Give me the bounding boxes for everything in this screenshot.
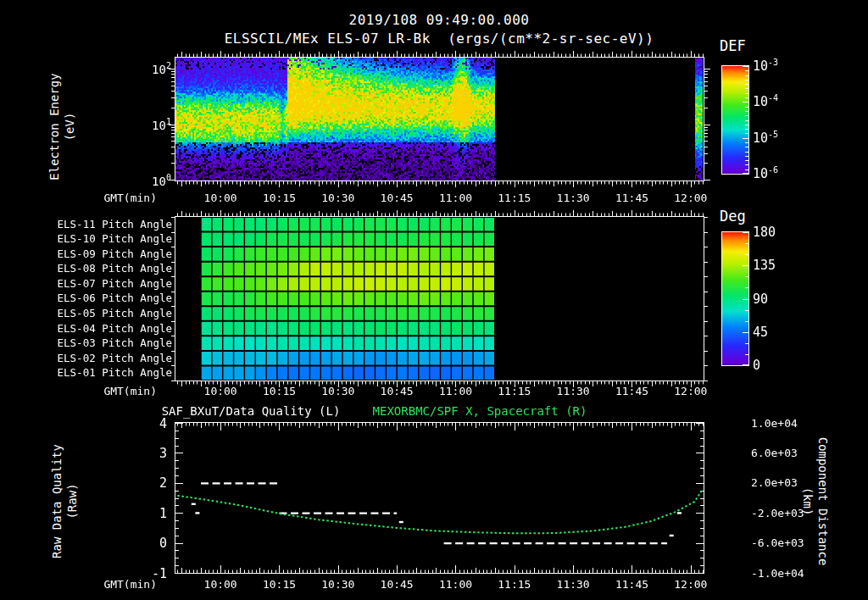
deg-cb-tick-2: 90: [753, 292, 768, 307]
km-tick-0: 1.0e+04: [751, 417, 819, 430]
time-tick-1-5: 11:15: [492, 385, 537, 397]
km-tick-3: -2.0e+03: [751, 507, 819, 519]
pitch-row-label-1: ELS-10 Pitch Angle: [25, 232, 172, 245]
raw-tick-1: 3: [127, 446, 167, 461]
time-tick-0-7: 11:45: [609, 192, 654, 204]
pitch-row-label-10: ELS-01 Pitch Angle: [25, 366, 172, 379]
axis-labels-layer: GMT(min)10:0010:1510:3010:4511:0011:1511…: [0, 0, 868, 600]
time-tick-1-1: 10:15: [257, 385, 301, 397]
def-cb-tick-3: 10-6: [753, 165, 778, 181]
time-tick-1-6: 11:30: [551, 385, 595, 397]
pitch-row-label-9: ELS-02 Pitch Angle: [25, 352, 172, 364]
time-tick-1-7: 11:45: [609, 385, 654, 397]
raw-tick-4: 0: [127, 536, 167, 551]
time-tick-0-6: 11:30: [551, 192, 595, 204]
time-tick-1-3: 10:45: [375, 385, 419, 397]
time-tick-1-0: 10:00: [198, 385, 242, 397]
time-tick-2-6: 11:30: [551, 578, 595, 591]
energy-tick-1: 101: [134, 117, 171, 132]
plot-screen: 2019/108 09:49:00.000 ELSSCIL/MEx ELS-07…: [0, 0, 868, 600]
time-tick-2-3: 10:45: [375, 578, 419, 591]
deg-cb-tick-3: 45: [753, 325, 768, 340]
deg-cb-tick-4: 0: [753, 358, 760, 373]
pitch-row-label-3: ELS-08 Pitch Angle: [25, 262, 172, 275]
time-tick-2-7: 11:45: [609, 578, 654, 591]
pitch-row-label-2: ELS-09 Pitch Angle: [25, 247, 172, 260]
time-tick-2-0: 10:00: [198, 578, 242, 591]
km-tick-1: 6.0e+03: [751, 447, 819, 459]
km-tick-4: -6.0e+03: [751, 536, 819, 549]
raw-tick-3: 1: [127, 506, 167, 521]
time-tick-0-2: 10:30: [316, 192, 360, 204]
time-tick-0-5: 11:15: [492, 192, 537, 204]
km-tick-5: -1.0e+04: [751, 567, 819, 580]
pitch-row-label-7: ELS-04 Pitch Angle: [25, 322, 172, 335]
deg-cb-tick-0: 180: [753, 225, 776, 240]
gmt-axis-label-0: GMT(min): [85, 192, 157, 204]
def-cb-tick-2: 10-5: [753, 130, 778, 146]
pitch-row-label-6: ELS-05 Pitch Angle: [25, 307, 172, 319]
time-tick-2-1: 10:15: [257, 578, 301, 591]
pitch-row-label-5: ELS-06 Pitch Angle: [25, 292, 172, 304]
time-tick-2-2: 10:30: [316, 578, 360, 591]
raw-tick-0: 4: [127, 416, 167, 431]
raw-tick-2: 2: [127, 475, 167, 491]
pitch-row-label-8: ELS-03 Pitch Angle: [25, 336, 172, 349]
time-tick-0-4: 11:00: [433, 192, 477, 204]
time-tick-2-4: 11:00: [433, 578, 477, 591]
energy-tick-0: 102: [134, 61, 171, 76]
km-tick-2: 2.0e+03: [751, 476, 819, 489]
pitch-row-label-0: ELS-11 Pitch Angle: [25, 218, 172, 231]
time-tick-1-8: 12:00: [669, 385, 713, 397]
time-tick-1-2: 10:30: [316, 385, 360, 397]
time-tick-0-3: 10:45: [375, 192, 419, 204]
gmt-axis-label-1: GMT(min): [85, 385, 157, 397]
energy-tick-2: 100: [134, 173, 171, 188]
deg-cb-tick-1: 135: [753, 258, 776, 273]
time-tick-0-8: 12:00: [669, 192, 713, 204]
time-tick-0-1: 10:15: [257, 192, 301, 204]
def-cb-tick-1: 10-4: [753, 93, 778, 109]
time-tick-1-4: 11:00: [433, 385, 477, 397]
time-tick-0-0: 10:00: [198, 192, 242, 204]
pitch-row-label-4: ELS-07 Pitch Angle: [25, 277, 172, 290]
time-tick-2-8: 12:00: [669, 578, 713, 591]
raw-tick-5: -1: [127, 566, 167, 581]
def-cb-tick-0: 10-3: [753, 58, 778, 74]
time-tick-2-5: 11:15: [492, 578, 537, 591]
